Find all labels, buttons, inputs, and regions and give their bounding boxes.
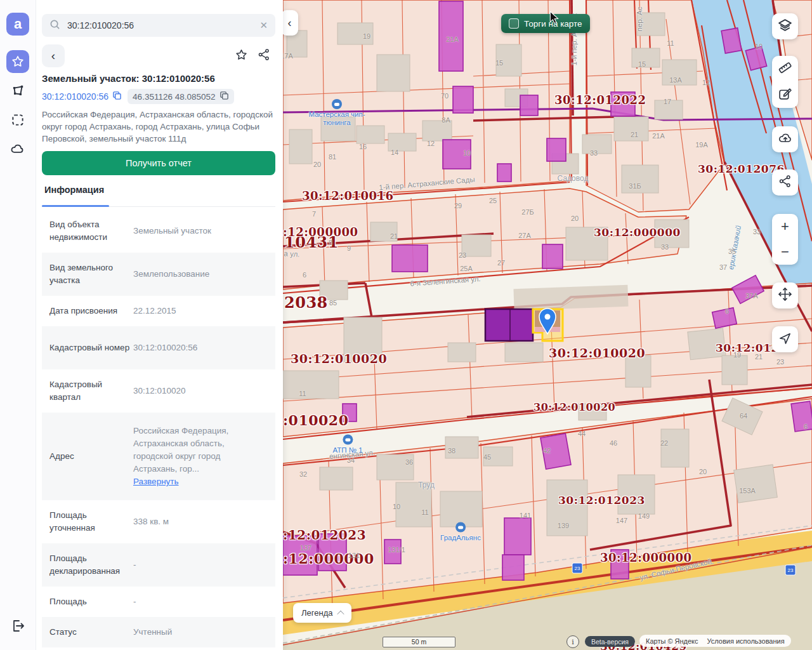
layers-icon — [778, 18, 792, 35]
app-window: a ✕ ‹ — [0, 0, 812, 650]
favorite-button[interactable] — [230, 44, 252, 67]
tab-active-underline — [42, 205, 109, 207]
share-icon — [778, 175, 792, 190]
info-icon[interactable]: i — [566, 635, 579, 648]
tab-information[interactable]: Информация — [44, 185, 104, 195]
info-row-label: Дата присвоения — [42, 305, 133, 317]
sidebar-item-select-area[interactable] — [6, 109, 29, 131]
info-row: Площадь уточненная338 кв. м — [42, 500, 275, 543]
auctions-label: Торги на карте — [524, 19, 582, 29]
info-row: Площадь- — [42, 587, 275, 617]
beta-badge: Beta-версия — [585, 636, 635, 647]
info-row-value: Учтенный — [133, 626, 275, 639]
info-row-label: Адрес — [42, 450, 133, 463]
info-row-label: Площадь уточненная — [42, 509, 133, 534]
info-row-value: 30:12:010020:56 — [133, 342, 275, 354]
polygon-icon — [10, 83, 25, 98]
back-button[interactable]: ‹ — [42, 44, 65, 67]
info-row-value: 338 кв. м — [133, 515, 275, 528]
selected-parcel — [485, 308, 563, 341]
search-icon — [49, 19, 60, 32]
info-row: Кадастровый квартал30:12:010020 — [42, 369, 275, 413]
object-address: Российская Федерация, Астраханская облас… — [42, 109, 275, 145]
page-title: Земельный участок: 30:12:010020:56 — [42, 73, 275, 84]
copy-icon[interactable] — [219, 91, 229, 102]
legend-label: Легенда — [301, 608, 332, 618]
info-row: Кадастровый номер30:12:010020:56 — [42, 326, 275, 369]
search-bar: ✕ — [42, 14, 275, 37]
maps-copyright-link[interactable]: Карты © Яндекс — [646, 637, 698, 645]
basemap[interactable] — [283, 0, 812, 650]
info-row-value: Земельный участок — [133, 225, 275, 237]
info-row-value: 22.12.2015 — [133, 305, 275, 317]
upload-button[interactable] — [772, 126, 798, 152]
zoom-group: + − — [772, 214, 798, 265]
info-row: Категория земельЗемли населенных пунктов — [42, 647, 275, 650]
clear-search-icon[interactable]: ✕ — [259, 20, 268, 31]
info-row: Вид земельного участкаЗемлепользование — [42, 253, 275, 296]
ruler-icon[interactable] — [778, 60, 792, 77]
sidebar-item-polygon-tool[interactable] — [6, 79, 29, 102]
info-row-label: Вид объекта недвижимости — [42, 218, 133, 244]
info-row-value: - — [133, 559, 275, 571]
tabs: Информация — [42, 185, 275, 207]
cadastral-number-link[interactable]: 30:12:010020:56 — [42, 91, 108, 102]
navigate-arrow-icon — [778, 331, 792, 347]
cloud-upload-icon — [778, 131, 793, 149]
sidebar-item-favorites[interactable] — [6, 50, 29, 73]
info-row-label: Площадь — [42, 595, 133, 608]
zoom-in-button[interactable]: + — [781, 220, 789, 234]
logout-icon — [10, 618, 25, 633]
share-map-button[interactable] — [772, 169, 798, 196]
map-attribution: Карты © Яндекс Условия использования — [639, 635, 791, 647]
map-scale: 50 m — [383, 637, 455, 647]
info-row: Вид объекта недвижимостиЗемельный участо… — [42, 209, 275, 253]
measure-edit-group — [772, 56, 798, 108]
terms-of-use-link[interactable]: Условия использования — [707, 637, 785, 645]
info-row-value: 30:12:010020 — [133, 385, 275, 397]
expand-address-link[interactable]: Развернуть — [133, 477, 179, 486]
chevron-up-icon — [337, 610, 344, 617]
edit-icon[interactable] — [778, 86, 792, 103]
info-table: Вид объекта недвижимостиЗемельный участо… — [42, 209, 275, 650]
legend-button[interactable]: Легенда — [293, 603, 351, 623]
collapse-sidebar-button[interactable]: ‹ — [283, 10, 298, 36]
logout-button[interactable] — [6, 614, 29, 637]
sidebar-item-cloud[interactable] — [6, 138, 29, 161]
zoom-out-button[interactable]: − — [781, 245, 789, 259]
map-viewport: 1043130:12:01202230:12:010016:12:0000003… — [283, 0, 812, 650]
left-rail: a — [0, 0, 36, 650]
object-toolbar: ‹ — [42, 44, 275, 67]
star-outline-icon — [235, 48, 248, 64]
details-sidebar: ✕ ‹ Земельный участок: 30:12:010020:56 3… — [36, 0, 283, 650]
copy-icon[interactable] — [112, 91, 122, 102]
identifier-row: 30:12:010020:56 46.351126 48.085052 — [42, 89, 275, 104]
cloud-icon — [10, 141, 26, 157]
info-row-label: Кадастровый номер — [42, 342, 133, 354]
select-area-icon — [10, 112, 25, 128]
info-row-value: Землепользование — [133, 268, 275, 281]
info-row-label: Статус — [42, 626, 133, 639]
search-input[interactable] — [66, 20, 254, 31]
star-icon — [11, 55, 25, 69]
auctions-on-map-button[interactable]: Торги на карте — [501, 14, 590, 33]
info-row-value: Российская Федерация, Астраханская облас… — [133, 425, 275, 488]
info-row: Площадь декларированная- — [42, 543, 275, 587]
share-button[interactable] — [252, 44, 275, 67]
checkbox-icon[interactable] — [509, 18, 519, 29]
info-row-value: - — [133, 595, 275, 608]
coordinates-value: 46.351126 48.085052 — [133, 92, 215, 102]
info-row: АдресРоссийская Федерация, Астраханская … — [42, 413, 275, 500]
info-row-label: Кадастровый квартал — [42, 378, 133, 404]
layers-button[interactable] — [772, 13, 798, 39]
app-logo[interactable]: a — [6, 13, 29, 36]
info-row-label: Площадь декларированная — [42, 552, 133, 578]
info-row: Дата присвоения22.12.2015 — [42, 296, 275, 326]
get-report-button[interactable]: Получить отчет — [42, 151, 275, 175]
coordinates-chip: 46.351126 48.085052 — [128, 89, 233, 104]
share-icon — [258, 48, 270, 63]
locate-button[interactable] — [772, 326, 798, 352]
info-row-label: Вид земельного участка — [42, 262, 133, 287]
info-row: СтатусУчтенный — [42, 617, 275, 647]
pan-button[interactable] — [772, 282, 798, 308]
